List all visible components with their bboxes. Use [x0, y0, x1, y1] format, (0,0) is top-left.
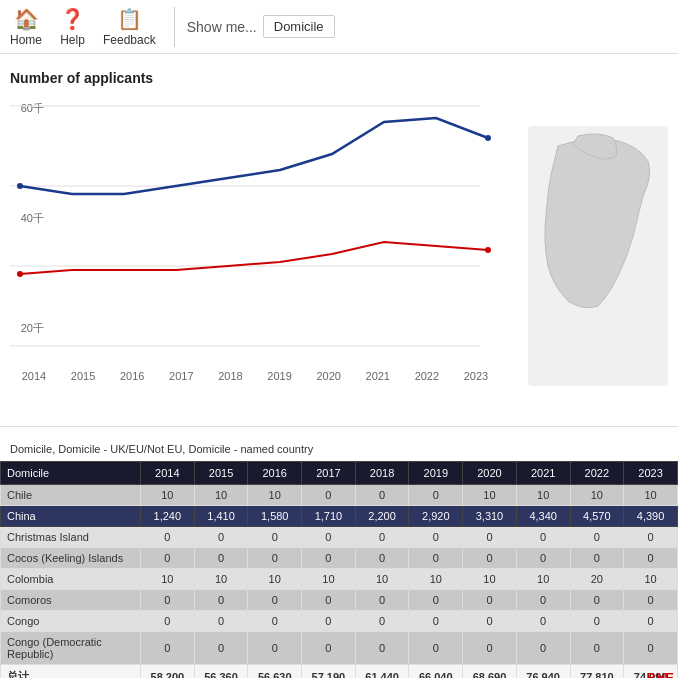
table-total-row: 总计58,20056,36056,63057,19061,44066,04068…	[1, 665, 678, 679]
cell-value: 0	[463, 590, 517, 611]
header-divider	[174, 7, 175, 47]
col-header-2022: 2022	[570, 462, 624, 485]
total-value: 77,810	[570, 665, 624, 679]
cell-value: 10	[194, 569, 248, 590]
cell-value: 4,390	[624, 506, 678, 527]
cell-value: 0	[141, 590, 195, 611]
col-header-2014: 2014	[141, 462, 195, 485]
cell-value: 0	[248, 548, 302, 569]
bhe-logo: BHE	[647, 670, 674, 678]
cell-value: 0	[570, 632, 624, 665]
svg-point-5	[485, 135, 491, 141]
cell-value: 0	[355, 527, 409, 548]
cell-value: 0	[248, 590, 302, 611]
map-area	[528, 126, 668, 386]
col-header-2019: 2019	[409, 462, 463, 485]
help-icon: ❓	[60, 7, 85, 31]
cell-country: Cocos (Keeling) Islands	[1, 548, 141, 569]
cell-country: China	[1, 506, 141, 527]
cell-value: 0	[248, 632, 302, 665]
cell-value: 0	[463, 548, 517, 569]
table-row: Congo (Democratic Republic)0000000000	[1, 632, 678, 665]
cell-value: 10	[141, 485, 195, 506]
chart-title: Number of applicants	[10, 70, 668, 86]
cell-value: 0	[141, 632, 195, 665]
cell-value: 0	[194, 632, 248, 665]
cell-value: 0	[624, 590, 678, 611]
cell-value: 0	[248, 611, 302, 632]
cell-country: Colombia	[1, 569, 141, 590]
home-icon: 🏠	[14, 7, 39, 31]
domicile-button[interactable]: Domicile	[263, 15, 335, 38]
cell-value: 10	[624, 485, 678, 506]
cell-value: 0	[570, 527, 624, 548]
cell-value: 0	[624, 548, 678, 569]
cell-value: 0	[355, 590, 409, 611]
cell-value: 10	[463, 485, 517, 506]
total-value: 61,440	[355, 665, 409, 679]
cell-country: Congo (Democratic Republic)	[1, 632, 141, 665]
cell-country: Comoros	[1, 590, 141, 611]
cell-value: 0	[141, 611, 195, 632]
cell-value: 3,310	[463, 506, 517, 527]
x-label-2021: 2021	[354, 370, 402, 382]
table-section: Domicile, Domicile - UK/EU/Not EU, Domic…	[0, 427, 678, 678]
table-row: Comoros0000000000	[1, 590, 678, 611]
cell-value: 0	[624, 527, 678, 548]
svg-point-7	[485, 247, 491, 253]
cell-value: 1,410	[194, 506, 248, 527]
cell-value: 1,710	[302, 506, 356, 527]
table-header-row: Domicile 2014 2015 2016 2017 2018 2019 2…	[1, 462, 678, 485]
intl-line	[20, 242, 488, 274]
table-row: Colombia10101010101010102010	[1, 569, 678, 590]
table-subtitle: Domicile, Domicile - UK/EU/Not EU, Domic…	[0, 437, 678, 461]
cell-value: 10	[463, 569, 517, 590]
home-nav[interactable]: 🏠 Home	[10, 7, 42, 47]
cell-value: 0	[463, 632, 517, 665]
total-value: 57,190	[302, 665, 356, 679]
cell-value: 0	[516, 632, 570, 665]
cell-value: 4,570	[570, 506, 624, 527]
x-label-2017: 2017	[157, 370, 205, 382]
cell-value: 2,200	[355, 506, 409, 527]
total-value: 68,690	[463, 665, 517, 679]
cell-value: 0	[302, 611, 356, 632]
feedback-icon: 📋	[117, 7, 142, 31]
cell-value: 2,920	[409, 506, 463, 527]
cell-value: 0	[409, 548, 463, 569]
col-header-2018: 2018	[355, 462, 409, 485]
cell-value: 0	[141, 527, 195, 548]
cell-value: 10	[302, 569, 356, 590]
cell-value: 0	[355, 485, 409, 506]
cell-country: Congo	[1, 611, 141, 632]
cell-value: 10	[624, 569, 678, 590]
feedback-nav[interactable]: 📋 Feedback	[103, 7, 156, 47]
col-header-2015: 2015	[194, 462, 248, 485]
table-row: China1,2401,4101,5801,7102,2002,9203,310…	[1, 506, 678, 527]
cell-value: 0	[463, 527, 517, 548]
x-label-2023: 2023	[452, 370, 500, 382]
cell-value: 0	[516, 527, 570, 548]
chart-svg	[10, 96, 500, 366]
x-label-2020: 2020	[305, 370, 353, 382]
cell-value: 0	[194, 590, 248, 611]
cell-value: 10	[248, 485, 302, 506]
map-svg	[528, 126, 668, 386]
col-header-2020: 2020	[463, 462, 517, 485]
help-nav[interactable]: ❓ Help	[60, 7, 85, 47]
cell-value: 0	[302, 485, 356, 506]
cell-value: 0	[194, 527, 248, 548]
cell-value: 0	[516, 611, 570, 632]
home-label: Home	[10, 33, 42, 47]
data-table: Domicile 2014 2015 2016 2017 2018 2019 2…	[0, 461, 678, 678]
x-label-2014: 2014	[10, 370, 58, 382]
cell-value: 0	[409, 527, 463, 548]
cell-country: Christmas Island	[1, 527, 141, 548]
cell-value: 1,240	[141, 506, 195, 527]
cell-value: 10	[516, 485, 570, 506]
cell-value: 0	[302, 590, 356, 611]
help-label: Help	[60, 33, 85, 47]
svg-point-4	[17, 183, 23, 189]
x-label-2022: 2022	[403, 370, 451, 382]
cell-value: 10	[409, 569, 463, 590]
